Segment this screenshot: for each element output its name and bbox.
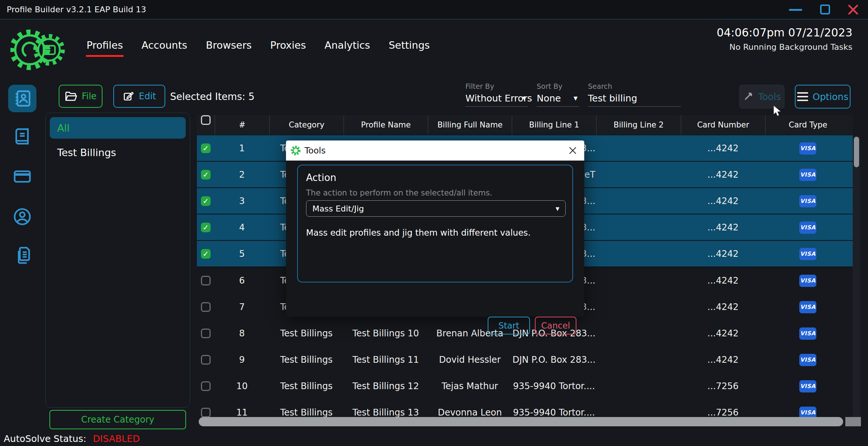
title-bar: Profile Builder v3.2.1 EAP Build 13 (0, 0, 868, 19)
row-checkbox[interactable] (201, 381, 211, 391)
visa-badge: VISA (799, 142, 816, 155)
start-button-label: Start (498, 321, 519, 330)
selected-items-count: Selected Items: 5 (170, 91, 254, 102)
header-number[interactable]: # (215, 115, 269, 135)
vertical-scrollbar-thumb[interactable] (854, 137, 859, 167)
row-checkbox-cell (197, 408, 215, 417)
app-title: Profile Builder v3.2.1 EAP Build 13 (7, 5, 146, 14)
header-billing-full-name[interactable]: Billing Full Name (428, 115, 512, 135)
sidebar-item-cards[interactable] (8, 163, 36, 190)
minimize-button[interactable] (789, 9, 802, 11)
row-checkbox-cell: ✓ (197, 170, 215, 180)
main-nav: Profiles Accounts Browsers Proxies Analy… (87, 39, 430, 51)
category-item-all[interactable]: All (50, 117, 186, 139)
start-button[interactable]: Start (488, 317, 530, 334)
chevron-down-icon: ▼ (573, 95, 578, 101)
card-type-cell: VISA (765, 221, 851, 234)
select-all-cell[interactable] (197, 115, 215, 135)
billing-full-name-cell: Tejas Mathur (428, 381, 512, 391)
row-checkbox[interactable] (201, 355, 211, 365)
sidebar-item-accounts[interactable] (8, 203, 36, 230)
file-button[interactable]: File (59, 85, 103, 108)
horizontal-scrollbar-thumb[interactable] (199, 417, 843, 426)
visa-badge: VISA (799, 222, 816, 234)
tools-dialog-titlebar[interactable]: Tools (286, 140, 584, 161)
sidebar-item-profiles[interactable] (8, 85, 36, 112)
visa-badge: VISA (799, 248, 816, 260)
table-row[interactable]: 10Test BillingsTest Billings 12Tejas Mat… (197, 373, 853, 399)
filter-by-value: Without Errors (465, 93, 528, 104)
tab-analytics[interactable]: Analytics (325, 39, 370, 51)
row-checkbox[interactable] (201, 408, 211, 417)
card-type-cell: VISA (765, 248, 851, 260)
sidebar-item-documents[interactable] (8, 242, 36, 269)
header-category[interactable]: Category (269, 115, 344, 135)
person-circle-icon (13, 207, 32, 226)
row-number: 2 (215, 169, 269, 180)
row-checkbox[interactable] (201, 302, 211, 312)
table-row[interactable]: 9Test BillingsTest Billings 11Dovid Hess… (197, 346, 853, 373)
card-number-cell: ...4242 (681, 196, 765, 206)
row-checkbox[interactable]: ✓ (201, 143, 211, 153)
row-checkbox[interactable]: ✓ (201, 196, 211, 206)
select-all-checkbox[interactable] (201, 115, 211, 125)
header-card-type[interactable]: Card Type (765, 115, 851, 135)
tab-accounts[interactable]: Accounts (142, 39, 187, 51)
header-profile-name[interactable]: Profile Name (344, 115, 428, 135)
card-type-cell: VISA (765, 142, 851, 155)
filter-by-dropdown[interactable]: Filter By Without Errors ▼ (465, 82, 528, 107)
visa-badge: VISA (799, 407, 816, 417)
close-button[interactable] (847, 3, 859, 16)
category-item-test-billings[interactable]: Test Billings (50, 143, 186, 162)
sort-by-dropdown[interactable]: Sort By None ▼ (537, 82, 579, 107)
cancel-button[interactable]: Cancel (535, 317, 576, 334)
row-checkbox[interactable] (201, 329, 211, 338)
maximize-button[interactable] (820, 4, 830, 14)
cancel-button-label: Cancel (541, 321, 570, 330)
billing-line-1-cell: 935-9940 Tortor.... (512, 381, 596, 391)
card-number-cell: ...4242 (681, 302, 765, 312)
card-number-cell: ...4242 (681, 169, 765, 180)
wrench-icon (742, 91, 754, 102)
tab-settings[interactable]: Settings (389, 39, 430, 51)
search-input[interactable]: Search Test billing (588, 82, 681, 107)
background-tasks-status: No Running Background Tasks (729, 42, 852, 52)
dialog-gear-icon (290, 145, 301, 156)
edit-button[interactable]: Edit (113, 85, 165, 108)
tab-proxies[interactable]: Proxies (270, 39, 306, 51)
row-checkbox[interactable]: ✓ (201, 170, 211, 180)
row-number: 8 (215, 328, 269, 339)
row-number: 7 (215, 302, 269, 312)
card-number-cell: ...4242 (681, 328, 765, 339)
row-number: 10 (215, 381, 269, 391)
header-card-number[interactable]: Card Number (681, 115, 765, 135)
options-button[interactable]: Options (795, 85, 851, 109)
row-checkbox[interactable] (201, 276, 211, 285)
tab-profiles[interactable]: Profiles (87, 39, 123, 51)
sidebar-item-notes[interactable] (8, 123, 36, 150)
vertical-scrollbar[interactable] (853, 135, 860, 426)
row-checkbox[interactable]: ✓ (201, 249, 211, 259)
options-button-label: Options (813, 91, 848, 102)
row-number: 1 (215, 143, 269, 153)
dialog-close-button[interactable] (568, 146, 578, 155)
credit-card-icon (13, 167, 32, 186)
edit-icon (123, 90, 134, 102)
row-checkbox-cell (197, 381, 215, 391)
sort-by-value: None (537, 93, 579, 104)
horizontal-scrollbar-end[interactable] (845, 417, 861, 426)
autosolve-status-label: AutoSolve Status: (4, 433, 86, 444)
file-button-label: File (82, 91, 97, 101)
tab-browsers[interactable]: Browsers (206, 39, 251, 51)
create-category-button[interactable]: Create Category (49, 410, 186, 429)
search-value: Test billing (588, 93, 681, 104)
header-billing-line-1[interactable]: Billing Line 1 (512, 115, 596, 135)
action-description: Mass edit profiles and jig them with dif… (306, 228, 531, 237)
row-checkbox[interactable]: ✓ (201, 223, 211, 232)
table-row[interactable]: 11Test BillingsTest Billings 13Devonna L… (197, 399, 853, 417)
category-cell: Test Billings (269, 328, 344, 339)
header-billing-line-2[interactable]: Billing Line 2 (596, 115, 681, 135)
card-number-cell: ...4242 (681, 355, 765, 365)
category-all-label: All (57, 122, 69, 134)
action-select[interactable]: Mass Edit/Jig ▼ (306, 200, 566, 217)
